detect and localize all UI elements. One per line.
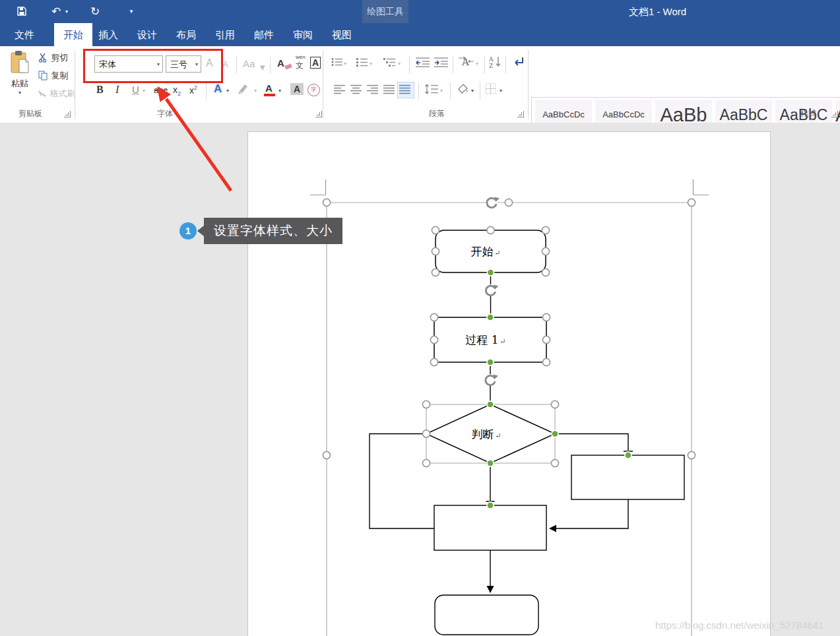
selection-handle[interactable] bbox=[323, 199, 330, 206]
selection-handle[interactable] bbox=[542, 269, 549, 276]
selection-handle[interactable] bbox=[688, 451, 695, 459]
selection-handle[interactable] bbox=[487, 226, 494, 234]
selection-handle[interactable] bbox=[422, 459, 430, 466]
watermark-text: https://blog.csdn.net/weixin_52784641 bbox=[655, 620, 840, 631]
selection-handle[interactable] bbox=[430, 336, 437, 343]
annotation-tooltip: 设置字体样式、大小 bbox=[204, 218, 342, 244]
paragraph-mark: ↵ bbox=[500, 337, 506, 346]
connection-point[interactable] bbox=[625, 452, 631, 459]
connector-right-to-center[interactable] bbox=[556, 499, 628, 528]
selection-handle[interactable] bbox=[551, 459, 558, 466]
selection-handle[interactable] bbox=[430, 358, 437, 366]
rotate-handle-icon[interactable] bbox=[484, 374, 498, 386]
connection-point[interactable] bbox=[487, 401, 494, 408]
paragraph-mark: ↵ bbox=[494, 249, 500, 257]
selection-handle[interactable] bbox=[542, 358, 550, 366]
selection-handle[interactable] bbox=[505, 199, 512, 206]
flowchart-overlay: 开始↵ 过程 1↵ 判断↵ bbox=[0, 0, 840, 636]
connection-point[interactable] bbox=[487, 460, 494, 466]
selection-handle[interactable] bbox=[688, 199, 695, 206]
selection-handle[interactable] bbox=[542, 247, 549, 255]
connection-point[interactable] bbox=[487, 269, 494, 276]
selection-handle[interactable] bbox=[542, 226, 549, 234]
flow-node-terminal[interactable] bbox=[435, 595, 538, 635]
selection-handle[interactable] bbox=[551, 400, 558, 408]
rotate-handle-icon[interactable] bbox=[486, 197, 500, 208]
highlight-red-box bbox=[83, 49, 223, 83]
selection-handle[interactable] bbox=[542, 313, 550, 321]
selection-handle[interactable] bbox=[432, 269, 439, 276]
crop-mark-top-right bbox=[694, 179, 709, 195]
step-badge: 1 bbox=[179, 222, 197, 239]
rotate-handle-icon[interactable] bbox=[485, 284, 499, 296]
connection-point[interactable] bbox=[487, 502, 494, 509]
selection-handle[interactable] bbox=[432, 247, 439, 255]
word-window: ↶ ▾ ↻ ▾ 绘图工具 文档1 - Word 文件 开始 插入 设计 布局 引… bbox=[0, 0, 840, 636]
selection-handle[interactable] bbox=[542, 336, 550, 343]
selection-handle[interactable] bbox=[422, 430, 430, 437]
connection-point[interactable] bbox=[552, 430, 558, 437]
connector-decision-down[interactable] bbox=[486, 463, 495, 501]
arrowhead-down bbox=[487, 586, 494, 593]
connector-decision-right[interactable] bbox=[555, 434, 633, 452]
arrowhead-left bbox=[549, 525, 556, 532]
selection-handle[interactable] bbox=[422, 400, 430, 408]
connector-decision-left-loop[interactable] bbox=[370, 434, 434, 529]
selection-handle[interactable] bbox=[430, 313, 437, 321]
selection-handle[interactable] bbox=[323, 451, 330, 459]
flow-node-center-blank[interactable] bbox=[434, 505, 546, 550]
connection-point[interactable] bbox=[487, 359, 494, 366]
paragraph-mark: ↵ bbox=[495, 431, 501, 440]
flow-node-right-blank[interactable] bbox=[571, 455, 684, 499]
selection-handle[interactable] bbox=[432, 226, 439, 234]
connection-point[interactable] bbox=[487, 314, 494, 321]
crop-mark-top-left bbox=[310, 179, 326, 195]
